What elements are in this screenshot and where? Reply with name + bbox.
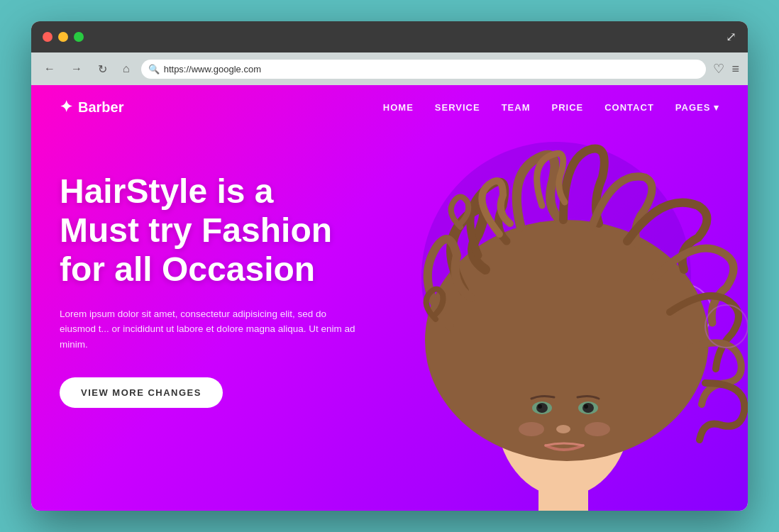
brand-name: Barber bbox=[78, 99, 123, 116]
svg-point-10 bbox=[556, 425, 570, 433]
website-content: ✦ Barber HOME SERVICE TEAM PRICE CONTACT… bbox=[31, 85, 748, 511]
home-button[interactable]: ⌂ bbox=[118, 60, 134, 78]
site-nav: ✦ Barber HOME SERVICE TEAM PRICE CONTACT… bbox=[31, 85, 748, 129]
maximize-button[interactable] bbox=[74, 32, 84, 42]
site-logo: ✦ Barber bbox=[60, 98, 123, 116]
svg-point-11 bbox=[519, 422, 544, 436]
browser-menu-icon[interactable]: ≡ bbox=[731, 62, 739, 77]
hero-image bbox=[379, 113, 748, 511]
hero-title-line3: for all Occasion bbox=[60, 250, 315, 288]
close-button[interactable] bbox=[43, 32, 53, 42]
svg-point-6 bbox=[536, 403, 548, 413]
nav-link-home[interactable]: HOME bbox=[383, 102, 414, 113]
hero-title-line2: Must try Fashion bbox=[60, 211, 332, 249]
url-input[interactable] bbox=[141, 60, 707, 79]
nav-item-service[interactable]: SERVICE bbox=[435, 101, 480, 113]
nav-link-pages[interactable]: PAGES ▾ bbox=[675, 102, 719, 113]
svg-point-8 bbox=[538, 404, 542, 409]
svg-point-2 bbox=[425, 220, 709, 461]
hero-section: HairStyle is a Must try Fashion for all … bbox=[31, 129, 426, 436]
nav-item-home[interactable]: HOME bbox=[383, 101, 414, 113]
svg-point-12 bbox=[585, 422, 610, 436]
title-bar-right: ⤢ bbox=[726, 29, 736, 45]
url-wrapper: 🔍 bbox=[141, 60, 707, 79]
nav-link-price[interactable]: PRICE bbox=[552, 102, 584, 113]
nav-link-contact[interactable]: CONTACT bbox=[604, 102, 654, 113]
nav-item-team[interactable]: TEAM bbox=[502, 101, 531, 113]
address-bar: ← → ↻ ⌂ 🔍 ♡ ≡ bbox=[31, 52, 748, 85]
bookmark-icon[interactable]: ♡ bbox=[713, 61, 724, 77]
hero-subtitle: Lorem ipsum dolor sit amet, consectetur … bbox=[60, 306, 358, 353]
nav-item-pages[interactable]: PAGES ▾ bbox=[675, 101, 719, 113]
nav-link-service[interactable]: SERVICE bbox=[435, 102, 480, 113]
nav-item-price[interactable]: PRICE bbox=[552, 101, 584, 113]
forward-button[interactable]: → bbox=[67, 60, 87, 78]
address-bar-actions: ♡ ≡ bbox=[713, 61, 739, 77]
nav-link-team[interactable]: TEAM bbox=[502, 102, 531, 113]
hair-svg bbox=[379, 113, 748, 511]
fullscreen-icon[interactable]: ⤢ bbox=[726, 29, 736, 45]
svg-rect-1 bbox=[538, 475, 588, 511]
minimize-button[interactable] bbox=[58, 32, 68, 42]
cta-button[interactable]: VIEW MORE CHANGES bbox=[60, 377, 223, 408]
svg-point-9 bbox=[584, 404, 588, 409]
nav-item-contact[interactable]: CONTACT bbox=[604, 101, 654, 113]
hero-title-line1: HairStyle is a bbox=[60, 172, 274, 210]
nav-links: HOME SERVICE TEAM PRICE CONTACT PAGES ▾ bbox=[383, 101, 719, 113]
title-bar: ⤢ bbox=[31, 21, 748, 52]
svg-point-7 bbox=[582, 403, 594, 413]
window-controls bbox=[43, 32, 84, 42]
logo-icon: ✦ bbox=[60, 98, 72, 116]
hero-title: HairStyle is a Must try Fashion for all … bbox=[60, 172, 397, 289]
refresh-button[interactable]: ↻ bbox=[94, 60, 111, 79]
browser-window: ⤢ ← → ↻ ⌂ 🔍 ♡ ≡ bbox=[31, 21, 748, 511]
back-button[interactable]: ← bbox=[40, 60, 60, 78]
